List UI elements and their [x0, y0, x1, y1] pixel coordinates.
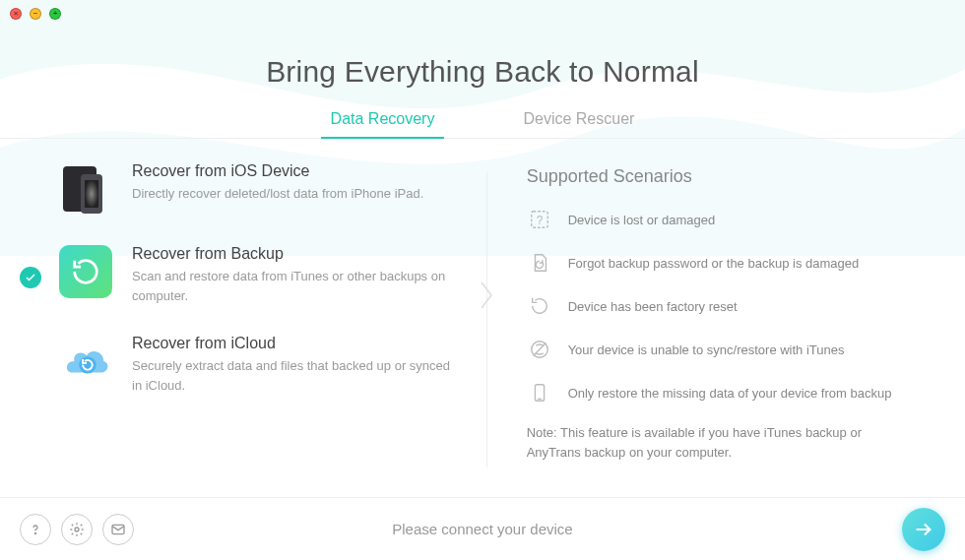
- svg-rect-2: [85, 180, 98, 208]
- reset-icon: [527, 293, 552, 319]
- window-minimize-button[interactable]: −: [30, 8, 41, 20]
- tabs: Data Recovery Device Rescuer: [0, 110, 965, 139]
- option-recover-ios-device[interactable]: Recover from iOS Device Directly recover…: [59, 162, 458, 216]
- scenario-item: ? Device is lost or damaged: [527, 207, 906, 232]
- svg-point-10: [34, 532, 35, 533]
- help-button[interactable]: [20, 514, 51, 545]
- window-maximize-button[interactable]: +: [49, 8, 61, 20]
- page-title: Bring Everything Back to Normal: [0, 55, 965, 89]
- feedback-button[interactable]: [102, 514, 134, 545]
- svg-text:?: ?: [536, 214, 543, 227]
- scenarios-note: Note: This feature is available if you h…: [527, 423, 906, 462]
- next-button[interactable]: [902, 508, 945, 551]
- option-recover-backup[interactable]: Recover from Backup Scan and restore dat…: [59, 245, 458, 305]
- option-desc: Securely extract data and files that bac…: [132, 356, 458, 395]
- scenario-item: Your device is unable to sync/restore wi…: [527, 337, 906, 362]
- option-text: Recover from Backup Scan and restore dat…: [132, 245, 458, 305]
- scenario-item: Device has been factory reset: [527, 293, 906, 319]
- scenario-label: Device is lost or damaged: [568, 213, 716, 227]
- backup-icon: [59, 245, 112, 298]
- question-box-icon: ?: [527, 207, 552, 232]
- scenario-item: Forgot backup password or the backup is …: [527, 250, 906, 276]
- scenario-label: Device has been factory reset: [568, 299, 738, 314]
- sync-disabled-icon: [527, 337, 552, 362]
- scenario-item: Only restore the missing data of your de…: [527, 380, 906, 405]
- option-text: Recover from iOS Device Directly recover…: [132, 162, 423, 204]
- chevron-right-icon: [480, 280, 495, 310]
- option-title: Recover from iOS Device: [132, 162, 423, 180]
- option-recover-icloud[interactable]: Recover from iCloud Securely extract dat…: [59, 335, 458, 395]
- tab-data-recovery[interactable]: Data Recovery: [331, 110, 435, 138]
- settings-button[interactable]: [61, 514, 93, 545]
- ios-device-icon: [59, 162, 112, 216]
- app-window: × − + Bring Everything Back to Normal Da…: [0, 0, 965, 560]
- window-close-button[interactable]: ×: [10, 8, 22, 20]
- icloud-icon: [59, 335, 112, 388]
- option-desc: Directly recover deleted/lost data from …: [132, 184, 423, 204]
- phone-restore-icon: [527, 380, 552, 405]
- scenario-label: Forgot backup password or the backup is …: [568, 256, 860, 271]
- check-icon: [20, 267, 41, 288]
- svg-point-11: [75, 528, 79, 531]
- options-panel: Recover from iOS Device Directly recover…: [59, 162, 487, 497]
- option-title: Recover from iCloud: [132, 335, 458, 352]
- svg-point-3: [79, 356, 96, 373]
- footer: Please connect your device: [0, 497, 965, 560]
- scenarios-panel: Supported Scenarios ? Device is lost or …: [487, 162, 906, 497]
- vertical-divider: [486, 172, 487, 467]
- footer-left: [20, 514, 134, 545]
- file-refresh-icon: [527, 250, 552, 276]
- status-text: Please connect your device: [0, 521, 965, 537]
- option-title: Recover from Backup: [132, 245, 458, 263]
- option-desc: Scan and restore data from iTunes or oth…: [132, 267, 458, 305]
- tab-device-rescuer[interactable]: Device Rescuer: [523, 110, 634, 138]
- main-body: Recover from iOS Device Directly recover…: [0, 139, 965, 497]
- scenario-label: Your device is unable to sync/restore wi…: [568, 342, 845, 357]
- scenario-label: Only restore the missing data of your de…: [568, 386, 892, 401]
- option-text: Recover from iCloud Securely extract dat…: [132, 335, 458, 395]
- titlebar: × − +: [0, 0, 965, 28]
- scenarios-heading: Supported Scenarios: [527, 166, 906, 187]
